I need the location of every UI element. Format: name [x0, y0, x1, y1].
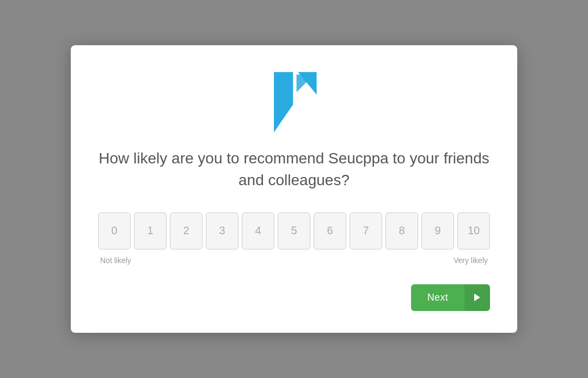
scale-button-4[interactable]: 4: [242, 212, 274, 249]
scale-button-0[interactable]: 0: [98, 212, 131, 249]
logo-container: [267, 67, 321, 132]
scale-labels: Not likely Very likely: [98, 256, 490, 265]
scale-button-7[interactable]: 7: [350, 212, 382, 249]
next-arrow-button[interactable]: [464, 284, 490, 311]
modal-overlay: How likely are you to recommend Seucppa …: [0, 0, 588, 378]
scale-buttons: 012345678910: [98, 212, 490, 249]
scale-button-6[interactable]: 6: [314, 212, 346, 249]
scale-button-2[interactable]: 2: [170, 212, 203, 249]
scale-button-3[interactable]: 3: [206, 212, 238, 249]
svg-marker-0: [274, 72, 293, 133]
scale-button-1[interactable]: 1: [134, 212, 167, 249]
scale-button-8[interactable]: 8: [385, 212, 418, 249]
survey-question: How likely are you to recommend Seucppa …: [98, 148, 490, 190]
scale-label-low: Not likely: [100, 256, 131, 265]
scale-button-9[interactable]: 9: [421, 212, 454, 249]
brand-logo: [267, 67, 321, 132]
bottom-row: Next: [98, 284, 490, 311]
next-button-group: Next: [411, 284, 490, 311]
scale-container: 012345678910 Not likely Very likely: [98, 212, 490, 265]
scale-label-high: Very likely: [454, 256, 488, 265]
scale-button-5[interactable]: 5: [278, 212, 310, 249]
survey-modal: How likely are you to recommend Seucppa …: [71, 45, 517, 332]
scale-button-10[interactable]: 10: [457, 212, 490, 249]
arrow-icon: [474, 294, 480, 301]
next-button[interactable]: Next: [411, 284, 464, 311]
